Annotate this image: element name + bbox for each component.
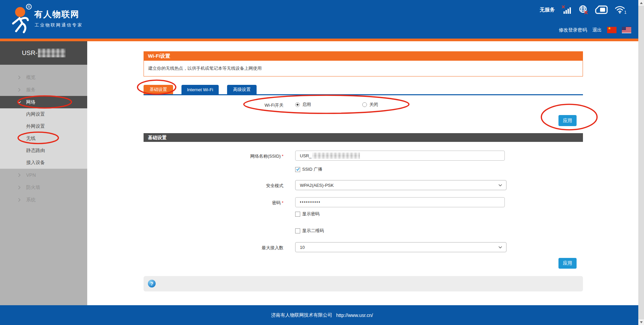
- required-asterisk: *: [282, 200, 283, 205]
- page-description: 建立你的无线热点，以供手机或笔记本等无线设备上网使用: [144, 60, 583, 76]
- device-title-prefix: USR-: [22, 49, 37, 57]
- sidebar-item-label: 内网设置: [26, 111, 45, 117]
- device-title: USR-: [0, 41, 87, 65]
- top-header: R 有人物联网 工业物联网通信专家 无服务: [0, 0, 644, 39]
- sidebar-item-vpn[interactable]: VPN: [0, 169, 87, 181]
- ssid-value-prefix: USR_: [300, 153, 312, 158]
- sidebar-item-label: 服务: [26, 87, 36, 93]
- sidebar-item-label: 外网设置: [26, 123, 45, 129]
- network-submenu: 内网设置 外网设置 无线 静态路由 接入设备: [0, 108, 87, 169]
- logout-link[interactable]: 退出: [592, 27, 602, 33]
- sidebar-item-label: 防火墙: [26, 184, 40, 191]
- sidebar-item-label: 概览: [26, 74, 36, 80]
- ssid-label: 网络名称(SSID)*: [168, 153, 283, 159]
- scrollbar-up-arrow[interactable]: [638, 0, 644, 6]
- radio-disable-label: 关闭: [369, 102, 378, 108]
- sidebar-item-label: 无线: [26, 136, 36, 142]
- show-qrcode-checkbox-row[interactable]: 显示二维码: [295, 228, 324, 234]
- chevron-right-icon: [17, 173, 21, 177]
- chevron-right-icon: [17, 75, 21, 79]
- checkbox-checked-icon[interactable]: [295, 167, 300, 172]
- scrollbar-thumb[interactable]: [638, 6, 644, 319]
- sidebar-menu: 概览 服务 网络 内网设置 外网设置 无线 静态路由 接入设备 VPN: [0, 71, 87, 206]
- security-mode-select[interactable]: WPA2(AES)-PSK: [295, 180, 506, 190]
- vertical-scrollbar[interactable]: [638, 0, 644, 325]
- wifi-switch-label: Wi-Fi开关: [168, 102, 283, 108]
- radio-enable-label: 启用: [302, 102, 311, 108]
- sidebar-item-lan-settings[interactable]: 内网设置: [0, 108, 87, 120]
- ssid-value-redacted: [312, 153, 360, 159]
- password-label: 密码*: [168, 200, 283, 206]
- change-password-link[interactable]: 修改登录密码: [559, 27, 587, 33]
- sidebar-item-label: 静态路由: [26, 148, 45, 154]
- sidebar-item-label: 网络: [26, 99, 36, 105]
- brand-subtitle: 工业物联网通信专家: [35, 22, 83, 28]
- device-title-redacted: [38, 49, 65, 57]
- footer-url-link[interactable]: http://www.usr.cn/: [336, 313, 373, 318]
- sidebar-item-static-route[interactable]: 静态路由: [0, 145, 87, 157]
- required-asterisk: *: [282, 154, 283, 159]
- tab-underline: [144, 94, 583, 95]
- ssid-broadcast-label: SSID 广播: [302, 166, 322, 172]
- tab-internet-wifi[interactable]: Internet Wi-Fi: [181, 85, 219, 94]
- apply-button-top[interactable]: 应用: [558, 115, 577, 126]
- chevron-right-icon: [17, 198, 21, 202]
- sidebar-item-overview[interactable]: 概览: [0, 71, 87, 84]
- sidebar-item-wireless[interactable]: 无线: [0, 132, 87, 145]
- radio-enable[interactable]: 启用: [295, 102, 311, 108]
- show-password-label: 显示密码: [302, 211, 320, 217]
- signal-bars-icon: [561, 5, 572, 15]
- tab-basic-settings[interactable]: 基础设置: [144, 85, 173, 94]
- checkbox-unchecked-icon[interactable]: [295, 228, 300, 233]
- security-mode-value: WPA2(AES)-PSK: [300, 183, 498, 188]
- no-service-text: 无服务: [540, 7, 555, 13]
- apply-button-bottom[interactable]: 应用: [558, 258, 577, 269]
- footer-company: 济南有人物联网技术有限公司: [271, 312, 332, 318]
- status-icon-row: 无服务: [540, 4, 627, 15]
- usr-logo-icon: R: [7, 3, 33, 35]
- tab-advanced-settings[interactable]: 高级设置: [227, 85, 257, 94]
- header-links-row: 修改登录密码 退出 ★: [559, 27, 631, 33]
- max-clients-select[interactable]: 10: [295, 242, 506, 252]
- sidebar-item-label: 系统: [26, 197, 36, 203]
- sidebar-item-wan-settings[interactable]: 外网设置: [0, 120, 87, 132]
- sidebar-item-access-devices[interactable]: 接入设备: [0, 157, 87, 169]
- radio-unselected-icon[interactable]: [362, 102, 367, 107]
- accent-strip: [0, 39, 644, 41]
- sidebar-item-label: VPN: [26, 172, 36, 178]
- show-qrcode-label: 显示二维码: [302, 228, 324, 234]
- page-title: Wi-Fi设置: [144, 51, 583, 60]
- cn-star: ★: [608, 26, 611, 31]
- sidebar: USR- 概览 服务 网络 内网设置 外网设置 无线 静态路由 接入设备: [0, 41, 87, 305]
- usa-flag-icon[interactable]: [622, 27, 631, 33]
- ssid-broadcast-checkbox-row[interactable]: SSID 广播: [295, 166, 322, 172]
- sidebar-item-label: 接入设备: [26, 160, 45, 166]
- us-canton: [622, 27, 626, 30]
- radio-disable[interactable]: 关闭: [362, 102, 378, 108]
- footer: 济南有人物联网技术有限公司 http://www.usr.cn/: [0, 305, 644, 325]
- chevron-right-icon: [17, 185, 21, 189]
- max-clients-label: 最大接入数: [168, 245, 283, 251]
- wifi-icon: 1: [614, 5, 627, 14]
- max-clients-value: 10: [300, 245, 498, 250]
- wifi-settings-page: R 有人物联网 工业物联网通信专家 无服务: [0, 0, 644, 325]
- password-input[interactable]: ••••••••••: [295, 197, 505, 207]
- china-flag-icon[interactable]: ★: [607, 27, 616, 33]
- scrollbar-down-arrow[interactable]: [638, 319, 644, 325]
- radio-selected-icon[interactable]: [295, 102, 300, 107]
- sidebar-item-system[interactable]: 系统: [0, 194, 87, 206]
- triangle-up-icon: [640, 2, 643, 4]
- chevron-right-icon: [17, 88, 21, 92]
- select-chevron-icon: [498, 184, 502, 186]
- checkbox-unchecked-icon[interactable]: [295, 212, 300, 217]
- sidebar-item-services[interactable]: 服务: [0, 84, 87, 96]
- chevron-down-icon: [17, 101, 21, 104]
- question-mark-icon[interactable]: ?: [148, 280, 156, 287]
- brand-title: 有人物联网: [34, 9, 79, 20]
- ssid-input[interactable]: USR_: [295, 151, 505, 161]
- sidebar-item-firewall[interactable]: 防火墙: [0, 181, 87, 194]
- show-password-checkbox-row[interactable]: 显示密码: [295, 211, 320, 217]
- sim-card-icon: [595, 5, 608, 14]
- sidebar-item-network[interactable]: 网络: [0, 96, 87, 108]
- security-mode-label: 安全模式: [168, 183, 283, 189]
